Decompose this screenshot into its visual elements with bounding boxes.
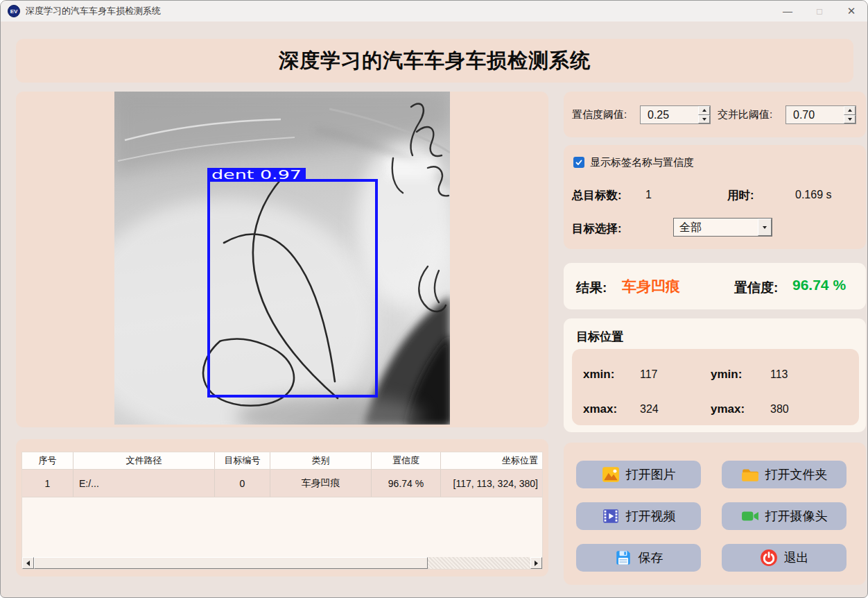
target-select-value[interactable]: 全部 xyxy=(674,219,758,236)
spin-up-icon[interactable] xyxy=(698,106,710,115)
ymax-label: ymax: xyxy=(711,402,745,416)
open-video-button[interactable]: 打开视频 xyxy=(576,502,701,530)
ymax-value: 380 xyxy=(770,403,789,416)
power-icon xyxy=(760,549,778,567)
xmax-value: 324 xyxy=(640,403,659,416)
target-position-title: 目标位置 xyxy=(576,329,623,345)
scrollbar-track[interactable] xyxy=(34,557,530,569)
page-title: 深度学习的汽车车身车损检测系统 xyxy=(279,47,591,75)
maximize-button[interactable]: ◻ xyxy=(804,1,835,22)
threshold-panel: 置信度阈值: 0.25 交并比阈值: 0.70 xyxy=(564,92,866,137)
folder-icon xyxy=(741,465,759,484)
result-panel: 结果: 车身凹痕 置信度: 96.74 % xyxy=(564,263,866,309)
results-table-panel: 序号 文件路径 目标编号 类别 置信度 坐标位置 1 E:/... 0 车身凹痕… xyxy=(16,439,548,576)
show-labels-checkbox[interactable] xyxy=(573,157,584,168)
target-position-box: xmin: 117 ymin: 113 xmax: 324 ymax: 380 xyxy=(572,349,859,425)
result-label: 结果: xyxy=(576,279,607,297)
cell-filepath[interactable]: E:/... xyxy=(73,470,215,497)
image-viewer-panel: dent 0.97 xyxy=(16,92,548,427)
confidence-threshold-value[interactable]: 0.25 xyxy=(641,106,698,123)
image-icon xyxy=(602,465,620,484)
spin-down-icon[interactable] xyxy=(844,115,856,124)
target-select-dropdown[interactable]: 全部 xyxy=(673,218,772,237)
cell-index[interactable]: 1 xyxy=(22,470,73,497)
header-panel: 深度学习的汽车车身车损检测系统 xyxy=(16,39,853,83)
table-header-row: 序号 文件路径 目标编号 类别 置信度 坐标位置 xyxy=(22,452,542,470)
confidence-threshold-label: 置信度阈值: xyxy=(572,108,627,121)
xmin-value: 117 xyxy=(640,368,658,381)
titlebar: EV 深度学习的汽车车身车损检测系统 — ◻ ✕ xyxy=(1,1,867,22)
app-icon-text: EV xyxy=(10,8,18,15)
button-label: 保存 xyxy=(639,549,663,566)
open-image-button[interactable]: 打开图片 xyxy=(576,461,701,488)
scroll-left-icon[interactable] xyxy=(22,557,34,569)
app-window: EV 深度学习的汽车车身车损检测系统 — ◻ ✕ 深度学习的汽车车身车损检测系统 xyxy=(0,0,868,598)
elapsed-time-value: 0.169 s xyxy=(795,189,831,201)
table-header-confidence[interactable]: 置信度 xyxy=(372,452,441,469)
open-camera-button[interactable]: 打开摄像头 xyxy=(722,502,847,530)
detection-label: dent 0.97 xyxy=(211,168,302,182)
exit-button[interactable]: 退出 xyxy=(722,544,847,572)
total-targets-value: 1 xyxy=(645,189,652,201)
button-label: 打开图片 xyxy=(626,466,676,483)
horizontal-scrollbar[interactable] xyxy=(22,557,542,569)
results-table: 序号 文件路径 目标编号 类别 置信度 坐标位置 1 E:/... 0 车身凹痕… xyxy=(21,452,543,570)
show-labels-checkbox-label[interactable]: 显示标签名称与置信度 xyxy=(590,156,694,169)
confidence-threshold-spinbox[interactable]: 0.25 xyxy=(640,105,711,124)
iou-threshold-value[interactable]: 0.70 xyxy=(786,106,844,123)
minimize-button[interactable]: — xyxy=(772,1,804,22)
cell-confidence[interactable]: 96.74 % xyxy=(372,470,441,497)
table-header-index[interactable]: 序号 xyxy=(22,452,73,469)
button-label: 打开文件夹 xyxy=(765,466,828,483)
cell-coordinates[interactable]: [117, 113, 324, 380] xyxy=(441,470,542,497)
spin-down-icon[interactable] xyxy=(698,115,710,124)
xmin-label: xmin: xyxy=(583,368,614,382)
button-label: 打开摄像头 xyxy=(765,508,828,524)
target-select-label: 目标选择: xyxy=(572,221,622,237)
scroll-right-icon[interactable] xyxy=(530,557,542,569)
window-title: 深度学习的汽车车身车损检测系统 xyxy=(26,5,161,17)
result-confidence-value: 96.74 % xyxy=(792,277,846,293)
ymin-label: ymin: xyxy=(711,368,742,382)
ymin-value: 113 xyxy=(770,368,788,381)
result-confidence-label: 置信度: xyxy=(734,279,778,297)
open-folder-button[interactable]: 打开文件夹 xyxy=(722,461,847,488)
button-label: 打开视频 xyxy=(626,508,676,524)
button-label: 退出 xyxy=(784,549,809,566)
table-empty-area xyxy=(22,497,542,557)
action-buttons-panel: 打开图片 打开文件夹 打开视频 xyxy=(564,443,866,585)
table-row[interactable]: 1 E:/... 0 车身凹痕 96.74 % [117, 113, 324, … xyxy=(22,470,542,497)
scrollbar-thumb[interactable] xyxy=(34,557,428,569)
save-icon xyxy=(614,549,632,567)
table-header-category[interactable]: 类别 xyxy=(270,452,372,469)
table-header-target-id[interactable]: 目标编号 xyxy=(215,452,270,469)
detection-image: dent 0.97 xyxy=(114,92,450,425)
video-icon xyxy=(602,507,620,525)
xmax-label: xmax: xyxy=(583,402,617,416)
app-icon: EV xyxy=(8,5,20,17)
chevron-down-icon[interactable] xyxy=(758,219,772,236)
table-header-coordinates[interactable]: 坐标位置 xyxy=(441,452,542,469)
cell-category[interactable]: 车身凹痕 xyxy=(270,470,372,497)
camera-icon xyxy=(741,507,759,525)
iou-threshold-spinbox[interactable]: 0.70 xyxy=(785,105,856,124)
spin-up-icon[interactable] xyxy=(844,106,856,115)
settings-panel: 显示标签名称与置信度 总目标数: 1 用时: 0.169 s 目标选择: 全部 xyxy=(564,145,866,249)
cell-target-id[interactable]: 0 xyxy=(215,470,270,497)
save-button[interactable]: 保存 xyxy=(576,544,701,572)
checkmark-icon xyxy=(575,158,583,166)
elapsed-time-label: 用时: xyxy=(727,188,754,203)
target-position-panel: 目标位置 xmin: 117 ymin: 113 xmax: 324 ymax:… xyxy=(564,318,866,432)
table-header-filepath[interactable]: 文件路径 xyxy=(73,452,215,469)
result-value: 车身凹痕 xyxy=(622,277,680,296)
total-targets-label: 总目标数: xyxy=(572,188,622,203)
close-button[interactable]: ✕ xyxy=(835,1,867,22)
iou-threshold-label: 交并比阈值: xyxy=(718,108,772,121)
